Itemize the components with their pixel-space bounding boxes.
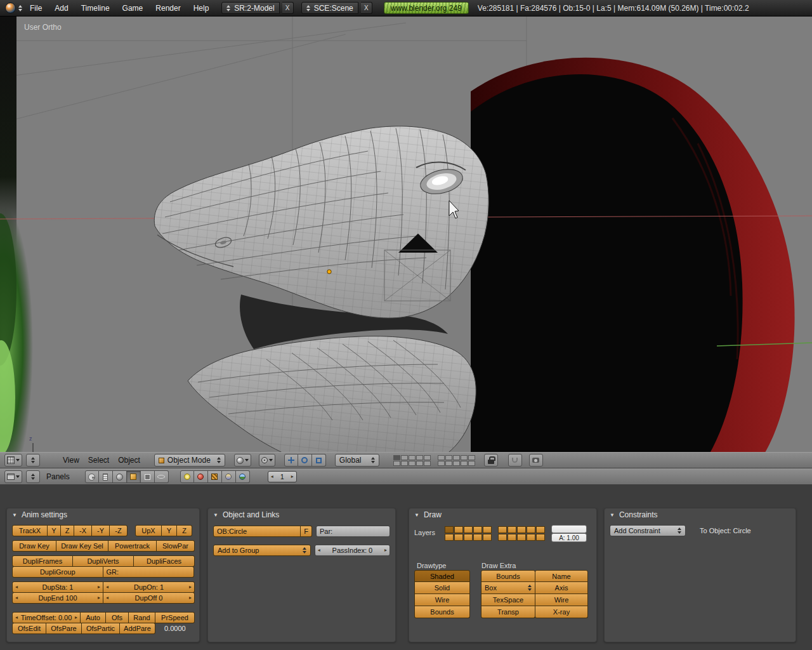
menu-view[interactable]: View xyxy=(60,456,82,465)
add-constraint-dropdown[interactable]: Add Constraint xyxy=(610,525,686,536)
layer-toggle[interactable] xyxy=(473,526,482,533)
frame-number-field[interactable]: ◂ 1 ▸ xyxy=(268,471,297,482)
menu-object[interactable]: Object xyxy=(115,456,143,465)
extra-bounds-button[interactable]: Bounds xyxy=(481,570,535,582)
draw-key-button[interactable]: Draw Key xyxy=(12,540,56,552)
rand-button[interactable]: Rand xyxy=(129,612,155,623)
tracky-button[interactable]: Y xyxy=(48,525,61,536)
menu-render[interactable]: Render xyxy=(150,4,185,13)
layer-toggle[interactable] xyxy=(468,461,475,466)
menu-help[interactable]: Help xyxy=(188,4,214,13)
layer-toggle[interactable] xyxy=(424,461,431,466)
header-menu-toggle-button[interactable] xyxy=(26,454,40,467)
layer-toggle[interactable] xyxy=(416,461,423,466)
powertrack-button[interactable]: Powertrack xyxy=(108,540,157,552)
mode-dropdown[interactable]: Object Mode xyxy=(154,454,225,467)
decrement-arrow-icon[interactable]: ◂ xyxy=(106,595,108,600)
editor-type-button[interactable] xyxy=(4,470,22,483)
layer-toggle[interactable] xyxy=(483,526,492,533)
add-to-group-dropdown[interactable]: Add to Group xyxy=(213,545,311,556)
menu-select[interactable]: Select xyxy=(86,456,112,465)
increment-arrow-icon[interactable]: ▸ xyxy=(291,474,294,479)
decrement-arrow-icon[interactable]: ◂ xyxy=(15,615,18,620)
increment-arrow-icon[interactable]: ▸ xyxy=(75,615,77,620)
dupliverts-button[interactable]: DupliVerts xyxy=(73,555,134,567)
shading-context-button[interactable] xyxy=(113,470,127,483)
scene-selector[interactable]: SCE:Scene xyxy=(301,2,358,14)
track-negx-button[interactable]: -X xyxy=(74,525,92,536)
layer-toggle[interactable] xyxy=(454,534,463,541)
layer-toggle[interactable] xyxy=(508,534,516,541)
radiosity-buttons-button[interactable] xyxy=(222,470,236,483)
layer-toggle[interactable] xyxy=(453,461,460,466)
object-context-button[interactable] xyxy=(127,470,141,483)
object-name-field[interactable]: OB:Circle xyxy=(213,526,301,537)
manipulator-scale-button[interactable] xyxy=(312,454,326,467)
layer-toggle[interactable] xyxy=(445,461,452,466)
layer-toggle[interactable] xyxy=(464,534,473,541)
layer-toggle[interactable] xyxy=(527,534,535,541)
orientation-dropdown[interactable]: Global xyxy=(335,454,379,467)
draw-key-sel-button[interactable]: Draw Key Sel xyxy=(56,540,108,552)
decrement-arrow-icon[interactable]: ◂ xyxy=(106,585,108,590)
menu-timeline[interactable]: Timeline xyxy=(76,4,115,13)
bounds-type-dropdown[interactable]: Box xyxy=(481,582,535,594)
layer-toggle[interactable] xyxy=(438,461,445,466)
layer-toggle[interactable] xyxy=(461,461,468,466)
menu-file[interactable]: File xyxy=(25,4,47,13)
lamp-buttons-button[interactable] xyxy=(180,470,194,483)
timeoffset-field[interactable]: ◂TimeOffset: 0.00▸ xyxy=(12,612,81,623)
header-menu-toggle-button[interactable] xyxy=(26,470,40,483)
dupend-field[interactable]: ◂DupEnd 100▸ xyxy=(12,592,103,604)
ofsedit-button[interactable]: OfsEdit xyxy=(12,623,46,634)
layer-toggle[interactable] xyxy=(454,526,463,533)
increment-arrow-icon[interactable]: ▸ xyxy=(189,585,192,590)
layer-toggle[interactable] xyxy=(401,455,408,460)
decrement-arrow-icon[interactable]: ◂ xyxy=(15,595,18,600)
blender-org-button[interactable]: www.blender.org 249 xyxy=(384,2,469,14)
axis-button[interactable]: Axis xyxy=(535,582,588,594)
increment-arrow-icon[interactable]: ▸ xyxy=(384,548,387,553)
dupoff-field[interactable]: ◂DupOff 0▸ xyxy=(103,592,195,604)
ofs-button[interactable]: Ofs xyxy=(106,612,129,623)
duplifaces-button[interactable]: DupliFaces xyxy=(134,555,195,567)
layer-toggle[interactable] xyxy=(438,455,445,460)
decrement-arrow-icon[interactable]: ◂ xyxy=(271,474,273,479)
layer-toggle[interactable] xyxy=(527,526,535,533)
layer-toggle[interactable] xyxy=(473,534,482,541)
drawtype-bounds-button[interactable]: Bounds xyxy=(414,606,470,618)
upz-button[interactable]: Z xyxy=(177,525,192,536)
texture-buttons-button[interactable] xyxy=(208,470,222,483)
upx-button[interactable]: UpX xyxy=(135,525,162,536)
material-buttons-button[interactable] xyxy=(194,470,208,483)
layer-toggle[interactable] xyxy=(517,526,526,533)
panel-collapse-icon[interactable]: ▼ xyxy=(610,512,615,518)
dupliframes-button[interactable]: DupliFrames xyxy=(12,555,73,567)
layer-toggle[interactable] xyxy=(483,534,492,541)
blender-logo-icon[interactable] xyxy=(5,3,16,13)
manipulator-rotate-button[interactable] xyxy=(298,454,312,467)
menu-game[interactable]: Game xyxy=(117,4,148,13)
menu-add[interactable]: Add xyxy=(49,4,73,13)
increment-arrow-icon[interactable]: ▸ xyxy=(189,595,192,600)
transp-button[interactable]: Transp xyxy=(481,606,535,618)
increment-arrow-icon[interactable]: ▸ xyxy=(98,595,100,600)
wire-button[interactable]: Wire xyxy=(535,594,588,606)
script-context-button[interactable] xyxy=(99,470,113,483)
alpha-slider[interactable]: A: 1.00 xyxy=(551,533,587,542)
layer-toggle[interactable] xyxy=(536,534,545,541)
layer-toggle[interactable] xyxy=(409,455,416,460)
dupligroup-button[interactable]: DupliGroup xyxy=(12,566,103,578)
increment-arrow-icon[interactable]: ▸ xyxy=(98,585,100,590)
editing-context-button[interactable] xyxy=(141,470,155,483)
screen-selector[interactable]: SR:2-Model xyxy=(221,2,279,14)
window-type-arrows-icon[interactable] xyxy=(18,5,22,11)
lock-layers-button[interactable] xyxy=(484,454,498,467)
editor-type-button[interactable] xyxy=(4,454,22,467)
physics-context-button[interactable] xyxy=(155,470,169,483)
layer-toggle[interactable] xyxy=(536,526,545,533)
layer-toggle[interactable] xyxy=(445,534,454,541)
layer-toggle[interactable] xyxy=(416,455,423,460)
ofspare-button[interactable]: OfsPare xyxy=(46,623,82,634)
name-button[interactable]: Name xyxy=(535,570,588,582)
